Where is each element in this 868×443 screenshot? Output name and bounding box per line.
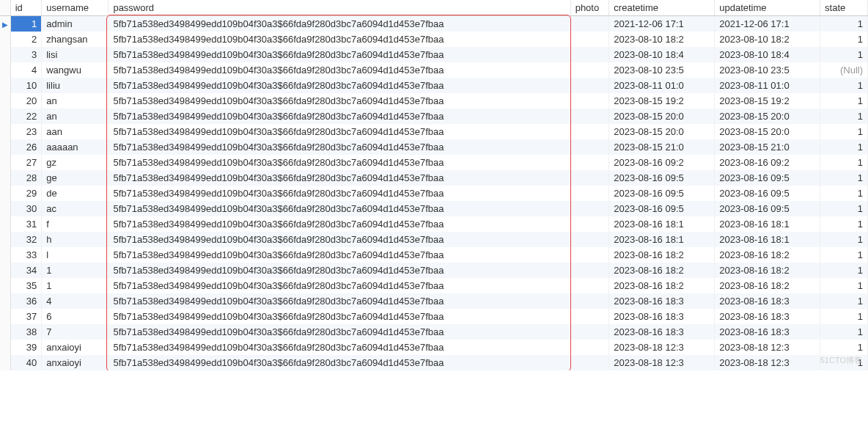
cell-updatetime[interactable]: 2023-08-11 01:0 [715, 78, 820, 93]
table-row[interactable]: 3765fb71a538ed3498499edd109b04f30a3$66fd… [0, 309, 868, 324]
cell-createtime[interactable]: 2023-08-16 18:3 [609, 309, 715, 324]
cell-createtime[interactable]: 2023-08-15 19:2 [609, 93, 715, 109]
cell-photo[interactable] [570, 47, 609, 62]
cell-password[interactable]: 5fb71a538ed3498499edd109b04f30a3$66fda9f… [108, 278, 570, 293]
cell-createtime[interactable]: 2023-08-16 18:1 [609, 216, 715, 232]
cell-photo[interactable] [570, 232, 609, 247]
cell-updatetime[interactable]: 2023-08-16 09:2 [715, 155, 820, 170]
table-row[interactable]: 2zhangsan5fb71a538ed3498499edd109b04f30a… [0, 32, 868, 47]
cell-password[interactable]: 5fb71a538ed3498499edd109b04f30a3$66fda9f… [108, 32, 570, 47]
cell-id[interactable]: 28 [10, 170, 42, 186]
table-row[interactable]: 40anxaioyi5fb71a538ed3498499edd109b04f30… [0, 355, 868, 370]
cell-id[interactable]: 34 [10, 263, 42, 278]
cell-password[interactable]: 5fb71a538ed3498499edd109b04f30a3$66fda9f… [108, 109, 570, 124]
cell-updatetime[interactable]: 2023-08-15 20:0 [715, 109, 820, 124]
cell-updatetime[interactable]: 2023-08-10 18:2 [715, 32, 820, 47]
cell-photo[interactable] [570, 216, 609, 232]
cell-username[interactable]: an [42, 93, 108, 109]
table-row[interactable]: 3415fb71a538ed3498499edd109b04f30a3$66fd… [0, 263, 868, 278]
cell-updatetime[interactable]: 2023-08-16 18:3 [715, 324, 820, 340]
cell-photo[interactable] [570, 139, 609, 155]
table-row[interactable]: 3lisi5fb71a538ed3498499edd109b04f30a3$66… [0, 47, 868, 62]
cell-photo[interactable] [570, 170, 609, 186]
table-row[interactable]: 4wangwu5fb71a538ed3498499edd109b04f30a3$… [0, 62, 868, 78]
cell-createtime[interactable]: 2023-08-15 20:0 [609, 124, 715, 139]
cell-id[interactable]: 40 [10, 355, 42, 370]
cell-id[interactable]: 26 [10, 139, 42, 155]
cell-updatetime[interactable]: 2023-08-10 23:5 [715, 62, 820, 78]
cell-state[interactable]: 1 [820, 124, 868, 139]
cell-password[interactable]: 5fb71a538ed3498499edd109b04f30a3$66fda9f… [108, 78, 570, 93]
cell-password[interactable]: 5fb71a538ed3498499edd109b04f30a3$66fda9f… [108, 47, 570, 62]
cell-createtime[interactable]: 2021-12-06 17:1 [609, 16, 715, 32]
cell-username[interactable]: gz [42, 155, 108, 170]
cell-password[interactable]: 5fb71a538ed3498499edd109b04f30a3$66fda9f… [108, 293, 570, 309]
cell-id[interactable]: 4 [10, 62, 42, 78]
cell-createtime[interactable]: 2023-08-10 18:2 [609, 32, 715, 47]
cell-createtime[interactable]: 2023-08-11 01:0 [609, 78, 715, 93]
cell-id[interactable]: 29 [10, 186, 42, 201]
cell-password[interactable]: 5fb71a538ed3498499edd109b04f30a3$66fda9f… [108, 201, 570, 216]
cell-state[interactable]: 1 [820, 155, 868, 170]
cell-id[interactable]: 33 [10, 247, 42, 263]
cell-createtime[interactable]: 2023-08-15 21:0 [609, 139, 715, 155]
cell-photo[interactable] [570, 155, 609, 170]
cell-state[interactable]: 1 [820, 309, 868, 324]
col-header-createtime[interactable]: createtime [609, 0, 715, 16]
cell-createtime[interactable]: 2023-08-16 18:2 [609, 263, 715, 278]
col-header-username[interactable]: username [42, 0, 108, 16]
cell-username[interactable]: 6 [42, 309, 108, 324]
table-row[interactable]: 29de5fb71a538ed3498499edd109b04f30a3$66f… [0, 186, 868, 201]
cell-username[interactable]: lisi [42, 47, 108, 62]
cell-username[interactable]: anxaioyi [42, 355, 108, 370]
cell-photo[interactable] [570, 309, 609, 324]
table-row[interactable]: 32h5fb71a538ed3498499edd109b04f30a3$66fd… [0, 232, 868, 247]
cell-state[interactable]: 1 [820, 47, 868, 62]
cell-createtime[interactable]: 2023-08-16 18:1 [609, 232, 715, 247]
cell-photo[interactable] [570, 78, 609, 93]
table-row[interactable]: 20an5fb71a538ed3498499edd109b04f30a3$66f… [0, 93, 868, 109]
cell-username[interactable]: liliu [42, 78, 108, 93]
cell-username[interactable]: ge [42, 170, 108, 186]
cell-updatetime[interactable]: 2023-08-16 18:3 [715, 309, 820, 324]
cell-photo[interactable] [570, 278, 609, 293]
cell-photo[interactable] [570, 62, 609, 78]
cell-username[interactable]: 4 [42, 293, 108, 309]
table-row[interactable]: 26aaaaan5fb71a538ed3498499edd109b04f30a3… [0, 139, 868, 155]
cell-updatetime[interactable]: 2021-12-06 17:1 [715, 16, 820, 32]
cell-password[interactable]: 5fb71a538ed3498499edd109b04f30a3$66fda9f… [108, 247, 570, 263]
table-row[interactable]: 23aan5fb71a538ed3498499edd109b04f30a3$66… [0, 124, 868, 139]
cell-state[interactable]: 1 [820, 78, 868, 93]
col-header-updatetime[interactable]: updatetime [715, 0, 820, 16]
cell-id[interactable]: 39 [10, 340, 42, 355]
cell-state[interactable]: 1 [820, 201, 868, 216]
cell-username[interactable]: f [42, 216, 108, 232]
cell-state[interactable]: 1 [820, 32, 868, 47]
cell-username[interactable]: anxaioyi [42, 340, 108, 355]
cell-id[interactable]: 23 [10, 124, 42, 139]
cell-updatetime[interactable]: 2023-08-16 18:2 [715, 247, 820, 263]
cell-createtime[interactable]: 2023-08-16 09:5 [609, 201, 715, 216]
cell-photo[interactable] [570, 293, 609, 309]
cell-updatetime[interactable]: 2023-08-16 18:3 [715, 293, 820, 309]
cell-updatetime[interactable]: 2023-08-16 09:5 [715, 186, 820, 201]
table-row[interactable]: ▶1admin5fb71a538ed3498499edd109b04f30a3$… [0, 16, 868, 32]
cell-password[interactable]: 5fb71a538ed3498499edd109b04f30a3$66fda9f… [108, 186, 570, 201]
cell-password[interactable]: 5fb71a538ed3498499edd109b04f30a3$66fda9f… [108, 340, 570, 355]
cell-id[interactable]: 2 [10, 32, 42, 47]
cell-updatetime[interactable]: 2023-08-18 12:3 [715, 355, 820, 370]
table-row[interactable]: 30ac5fb71a538ed3498499edd109b04f30a3$66f… [0, 201, 868, 216]
cell-id[interactable]: 1 [10, 16, 42, 32]
cell-state[interactable]: 1 [820, 93, 868, 109]
cell-password[interactable]: 5fb71a538ed3498499edd109b04f30a3$66fda9f… [108, 355, 570, 370]
cell-password[interactable]: 5fb71a538ed3498499edd109b04f30a3$66fda9f… [108, 155, 570, 170]
cell-photo[interactable] [570, 201, 609, 216]
cell-updatetime[interactable]: 2023-08-10 18:4 [715, 47, 820, 62]
cell-password[interactable]: 5fb71a538ed3498499edd109b04f30a3$66fda9f… [108, 216, 570, 232]
cell-state[interactable]: 1 [820, 355, 868, 370]
cell-username[interactable]: h [42, 232, 108, 247]
cell-password[interactable]: 5fb71a538ed3498499edd109b04f30a3$66fda9f… [108, 16, 570, 32]
cell-photo[interactable] [570, 32, 609, 47]
cell-id[interactable]: 20 [10, 93, 42, 109]
cell-state[interactable]: 1 [820, 247, 868, 263]
